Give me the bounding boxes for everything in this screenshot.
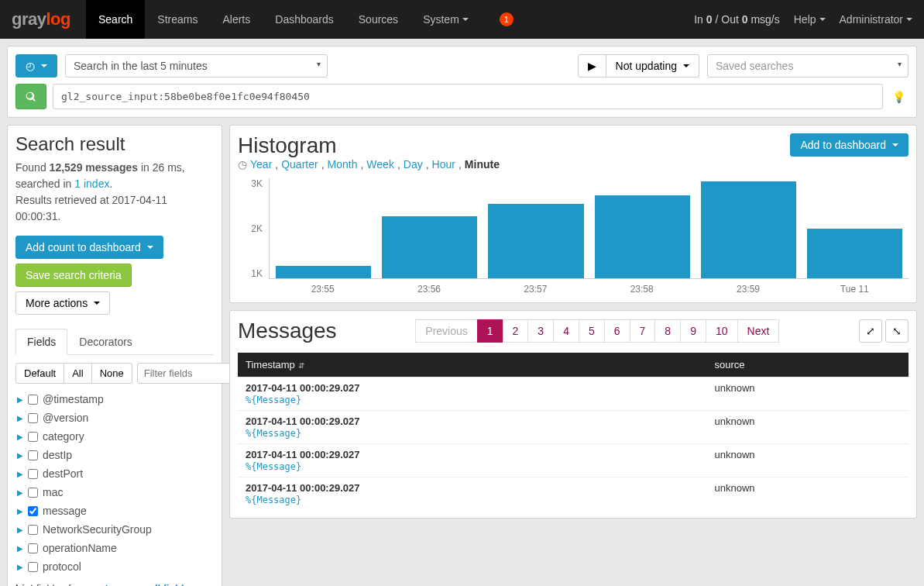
col-timestamp[interactable]: Timestamp⇵ [238, 353, 706, 377]
field-label[interactable]: NetworkSecurityGroup [43, 523, 152, 536]
msg-link[interactable]: %{Message} [246, 495, 301, 505]
field-label[interactable]: operationName [43, 542, 117, 554]
expand-field-icon[interactable]: ▶ [17, 451, 23, 460]
query-help-button[interactable]: 💡 [889, 84, 909, 109]
nav-item-system[interactable]: System [410, 0, 481, 39]
interval-week[interactable]: Week [366, 158, 394, 171]
expand-field-icon[interactable]: ▶ [17, 488, 23, 497]
page-6[interactable]: 6 [604, 319, 630, 343]
page-8[interactable]: 8 [654, 319, 681, 343]
histogram-bar[interactable] [701, 181, 796, 278]
histogram-bar[interactable] [595, 195, 690, 279]
expand-field-icon[interactable]: ▶ [17, 433, 23, 441]
field-checkbox[interactable] [28, 562, 38, 572]
expand-field-icon[interactable]: ▶ [17, 395, 23, 404]
field-label[interactable]: destIp [43, 449, 72, 461]
search-button[interactable] [15, 84, 46, 109]
save-search-button[interactable]: Save search criteria [15, 264, 132, 287]
nav-item-sources[interactable]: Sources [346, 0, 410, 39]
field-checkbox[interactable] [28, 506, 38, 516]
field-checkbox[interactable] [28, 395, 38, 405]
msg-link[interactable]: %{Message} [246, 395, 301, 405]
page-7[interactable]: 7 [630, 319, 656, 343]
tab-fields[interactable]: Fields [15, 329, 67, 355]
page-10[interactable]: 10 [706, 319, 738, 343]
expand-field-icon[interactable]: ▶ [17, 507, 23, 515]
field-label[interactable]: mac [43, 486, 63, 498]
message-row[interactable]: 2017-04-11 00:00:29.027%{Message}unknown [238, 377, 909, 411]
saved-searches-select[interactable]: Saved searches [707, 54, 909, 78]
index-link[interactable]: 1 index [74, 178, 109, 190]
col-source[interactable]: source [706, 353, 909, 377]
update-interval-button[interactable]: Not updating [606, 54, 699, 78]
interval-month[interactable]: Month [328, 158, 358, 171]
field-label[interactable]: message [43, 505, 87, 517]
query-input[interactable] [53, 84, 883, 109]
field-checkbox[interactable] [28, 488, 38, 498]
interval-quarter[interactable]: Quarter [281, 158, 318, 171]
play-button[interactable]: ▶ [578, 54, 606, 78]
page-3[interactable]: 3 [527, 319, 554, 343]
fields-all-button[interactable]: All [64, 363, 91, 384]
field-label[interactable]: @timestamp [43, 393, 104, 405]
add-count-button[interactable]: Add count to dashboard [15, 236, 163, 259]
notifications-badge[interactable]: 1 [481, 12, 526, 26]
msg-link[interactable]: %{Message} [246, 428, 301, 439]
page-2[interactable]: 2 [503, 319, 529, 343]
nav-item-dashboards[interactable]: Dashboards [263, 0, 346, 39]
interval-day[interactable]: Day [404, 158, 423, 171]
page-1[interactable]: 1 [477, 319, 503, 343]
field-checkbox[interactable] [28, 432, 38, 442]
message-row[interactable]: 2017-04-11 00:00:29.027%{Message}unknown [238, 444, 909, 477]
fields-none-button[interactable]: None [92, 363, 132, 384]
field-label[interactable]: protocol [43, 560, 81, 573]
timerange-select[interactable]: Search in the last 5 minutes [65, 54, 328, 78]
page-9[interactable]: 9 [680, 319, 706, 343]
tab-decorators[interactable]: Decorators [67, 329, 143, 354]
more-actions-button[interactable]: More actions [15, 291, 110, 315]
logo[interactable]: graylog [12, 9, 70, 29]
expand-button[interactable]: ⤢ [859, 319, 882, 343]
histogram-panel: Histogram ◷ Year, Quarter, Month, Week, … [229, 125, 917, 303]
page-5[interactable]: 5 [579, 319, 605, 343]
field-label[interactable]: category [43, 430, 84, 443]
interval-hour[interactable]: Hour [432, 158, 455, 171]
histogram-bar[interactable] [276, 266, 371, 278]
expand-field-icon[interactable]: ▶ [17, 544, 23, 553]
all-fields-link[interactable]: all fields [149, 582, 190, 586]
time-config-button[interactable]: ◴ [15, 54, 57, 78]
expand-field-icon[interactable]: ▶ [17, 526, 23, 534]
field-label[interactable]: @version [43, 412, 88, 424]
histogram-bar[interactable] [488, 204, 583, 278]
field-list[interactable]: ▶@timestamp▶@version▶category▶destIp▶des… [15, 390, 214, 576]
expand-field-icon[interactable]: ▶ [17, 414, 23, 422]
user-menu[interactable]: Administrator [840, 13, 912, 26]
interval-year[interactable]: Year [250, 158, 272, 171]
message-row[interactable]: 2017-04-11 00:00:29.027%{Message}unknown [238, 477, 909, 511]
interval-minute[interactable]: Minute [465, 158, 500, 171]
page-next[interactable]: Next [737, 319, 780, 343]
field-checkbox[interactable] [28, 469, 38, 479]
collapse-button[interactable]: ⤡ [885, 319, 909, 343]
current-page-link[interactable]: current page [74, 582, 135, 586]
field-checkbox[interactable] [28, 525, 38, 535]
page-4[interactable]: 4 [553, 319, 579, 343]
nav-item-streams[interactable]: Streams [145, 0, 210, 39]
help-menu[interactable]: Help [794, 13, 826, 26]
sidebar-title: Search result [15, 133, 214, 155]
message-row[interactable]: 2017-04-11 00:00:29.027%{Message}unknown [238, 411, 909, 444]
fields-default-button[interactable]: Default [15, 363, 64, 384]
expand-field-icon[interactable]: ▶ [17, 563, 23, 571]
field-checkbox[interactable] [28, 450, 38, 460]
field-checkbox[interactable] [28, 543, 38, 553]
expand-field-icon[interactable]: ▶ [17, 470, 23, 478]
field-label[interactable]: destPort [43, 467, 83, 480]
sidebar-tabs: Fields Decorators [15, 329, 214, 355]
nav-item-search[interactable]: Search [86, 0, 145, 39]
histogram-bar[interactable] [382, 216, 477, 278]
field-checkbox[interactable] [28, 413, 38, 423]
nav-item-alerts[interactable]: Alerts [210, 0, 263, 39]
msg-link[interactable]: %{Message} [246, 461, 301, 472]
histogram-bar[interactable] [807, 229, 902, 279]
add-to-dashboard-button[interactable]: Add to dashboard [790, 133, 909, 157]
